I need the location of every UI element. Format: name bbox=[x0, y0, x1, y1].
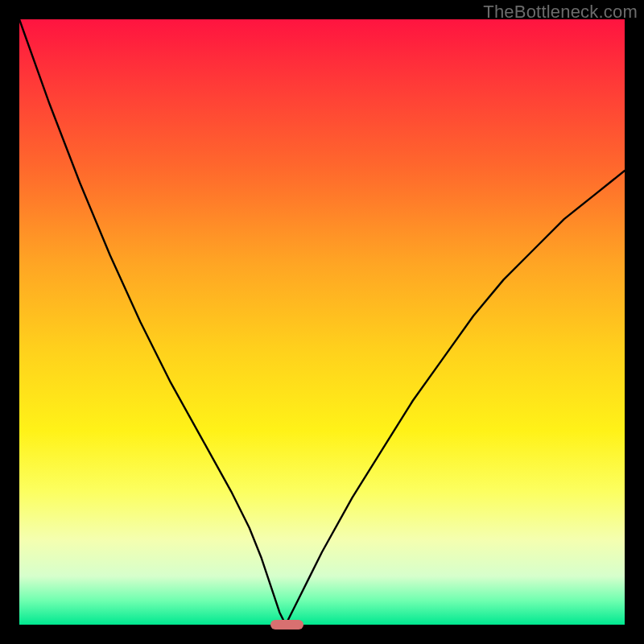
plot-area bbox=[19, 19, 625, 625]
bottleneck-curve bbox=[19, 19, 625, 625]
curve-path bbox=[19, 19, 625, 625]
watermark-text: TheBottleneck.com bbox=[483, 2, 638, 23]
chart-frame: TheBottleneck.com bbox=[0, 0, 644, 644]
optimum-marker bbox=[270, 620, 303, 630]
